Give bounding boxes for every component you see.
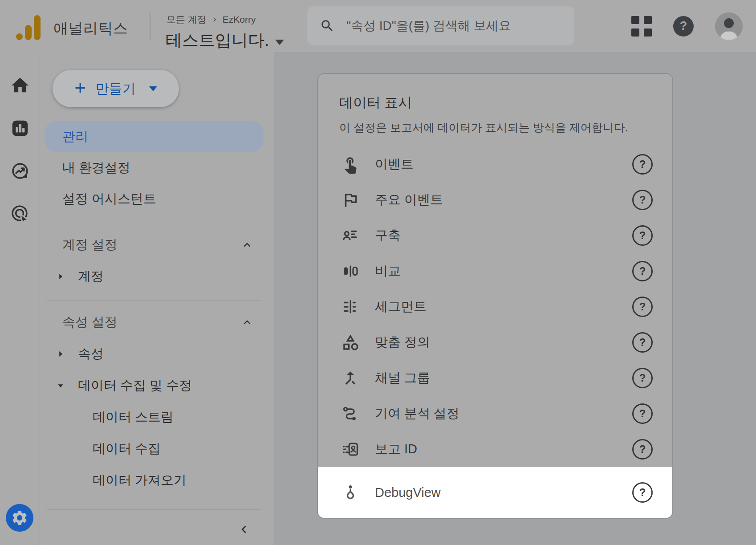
card-title: 데이터 표시 [339, 94, 651, 112]
help-icon[interactable]: ? [632, 482, 653, 503]
help-button[interactable]: ? [673, 16, 694, 37]
left-icon-rail [0, 52, 40, 545]
breadcrumb-chevron-icon [210, 15, 219, 24]
gear-icon [11, 509, 28, 527]
shapes-category-icon [341, 333, 360, 352]
card-item-reporting-identity[interactable]: 보고 ID ? [318, 431, 672, 467]
tree-item-property[interactable]: 속성 [40, 338, 274, 370]
help-icon[interactable]: ? [632, 190, 653, 210]
admin-nav-panel: + 만들기 관리 내 환경설정 설정 어시스턴트 계정 설정 [40, 52, 274, 545]
collapsed-triangle-icon[interactable] [55, 272, 66, 281]
nav-item-setup-assistant[interactable]: 설정 어시스턴트 [45, 183, 264, 215]
plus-icon: + [74, 78, 86, 98]
property-title: 테스트입니다. [166, 29, 269, 52]
card-item-channel-groups[interactable]: 채널 그룹 ? [318, 360, 672, 396]
help-icon[interactable]: ? [632, 225, 653, 246]
help-icon[interactable]: ? [632, 368, 653, 388]
product-name: 애널리틱스 [53, 19, 128, 39]
tree-item-data-import[interactable]: 데이터 가져오기 [40, 464, 274, 496]
card-item-debugview[interactable]: DebugView ? [318, 467, 672, 518]
property-switcher[interactable]: 테스트입니다. [166, 29, 284, 52]
touch-app-icon [341, 155, 360, 174]
help-glyph: ? [680, 19, 687, 33]
flag-icon [341, 191, 360, 209]
google-analytics-logo-icon [16, 12, 41, 40]
segments-icon [341, 297, 360, 316]
merge-arrow-icon [341, 369, 360, 387]
nav-divider [47, 509, 261, 510]
search-input[interactable] [345, 18, 562, 33]
card-item-comparisons[interactable]: 비교 ? [318, 253, 672, 289]
nav-divider [47, 300, 261, 301]
logo-bars [16, 15, 41, 40]
search-bar[interactable] [307, 6, 574, 45]
nav-item-admin[interactable]: 관리 [45, 121, 264, 152]
breadcrumb[interactable]: 모든 계정 EzKorry [167, 13, 256, 26]
card-item-custom-definitions[interactable]: 맞춤 정의 ? [318, 325, 672, 360]
expanded-triangle-icon[interactable] [55, 381, 66, 390]
help-icon[interactable]: ? [632, 154, 653, 175]
card-item-attribution-settings[interactable]: 기여 분석 설정 ? [318, 396, 672, 431]
card-item-key-events[interactable]: 주요 이벤트 ? [318, 182, 672, 218]
analytics-admin-page: 애널리틱스 모든 계정 EzKorry 테스트입니다. ? [0, 0, 756, 545]
create-button[interactable]: + 만들기 [53, 70, 179, 107]
card-item-events[interactable]: 이벤트 ? [318, 146, 672, 182]
comparisons-icon [341, 262, 360, 281]
route-icon [341, 404, 360, 423]
breadcrumb-account[interactable]: EzKorry [223, 14, 256, 25]
help-icon[interactable]: ? [632, 332, 653, 353]
help-icon[interactable]: ? [632, 439, 653, 460]
breadcrumb-all-accounts[interactable]: 모든 계정 [167, 13, 207, 26]
create-dropdown-caret-icon[interactable] [149, 86, 157, 91]
home-icon[interactable] [8, 73, 33, 98]
admin-content-area: 데이터 표시 이 설정은 보고서에 데이터가 표시되는 방식을 제어합니다. 이… [274, 52, 756, 545]
avatar[interactable] [715, 12, 743, 40]
card-item-segments[interactable]: 세그먼트 ? [318, 289, 672, 325]
data-display-card: 데이터 표시 이 설정은 보고서에 데이터가 표시되는 방식을 제어합니다. 이… [317, 73, 673, 519]
search-icon [320, 18, 335, 33]
section-property-settings[interactable]: 속성 설정 [45, 307, 264, 338]
help-icon[interactable]: ? [632, 403, 653, 424]
id-badge-icon [341, 440, 360, 459]
property-caret-icon [275, 40, 284, 45]
admin-settings-fab[interactable] [6, 504, 33, 532]
nav-item-my-preferences[interactable]: 내 환경설정 [45, 152, 264, 183]
tree-item-data-collection[interactable]: 데이터 수집 [40, 433, 274, 464]
card-description: 이 설정은 보고서에 데이터가 표시되는 방식을 제어합니다. [339, 120, 651, 135]
collapse-panel-chevron-icon[interactable] [231, 516, 257, 543]
help-icon[interactable]: ? [632, 297, 653, 317]
explore-icon[interactable] [8, 159, 33, 183]
create-button-label: 만들기 [96, 80, 136, 98]
header-divider [150, 12, 150, 40]
top-header: 애널리틱스 모든 계정 EzKorry 테스트입니다. ? [0, 0, 756, 52]
tree-item-account[interactable]: 계정 [40, 260, 274, 292]
section-account-settings[interactable]: 계정 설정 [45, 229, 264, 260]
tree-item-data-collection-modification[interactable]: 데이터 수집 및 수정 [40, 370, 274, 401]
advertising-icon[interactable] [8, 201, 33, 226]
card-item-build[interactable]: 구축 ? [318, 218, 672, 253]
apps-grid-icon[interactable] [631, 16, 652, 37]
chevron-up-icon[interactable] [240, 238, 254, 252]
chevron-up-icon[interactable] [240, 316, 254, 329]
reports-icon[interactable] [8, 116, 33, 141]
tree-item-data-streams[interactable]: 데이터 스트림 [40, 401, 274, 433]
collapsed-triangle-icon[interactable] [55, 349, 66, 359]
help-icon[interactable]: ? [632, 261, 653, 281]
audience-list-icon [341, 226, 360, 245]
person-pin-icon [341, 483, 360, 502]
nav-divider [47, 223, 261, 223]
